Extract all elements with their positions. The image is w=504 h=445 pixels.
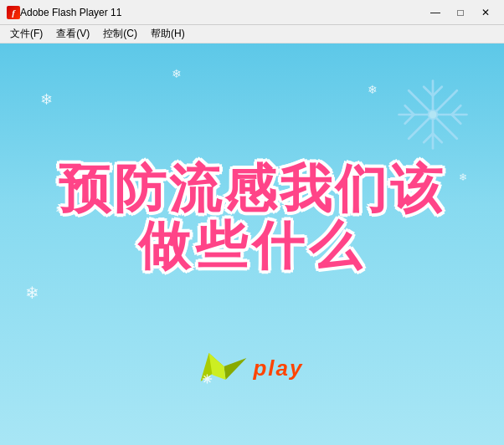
maximize-button[interactable]: □	[449, 3, 472, 22]
snowflake-1: ❄	[40, 92, 53, 107]
snowflake-3: ❄	[368, 84, 378, 95]
play-bird-icon	[200, 350, 246, 386]
play-label: play	[253, 355, 303, 381]
minimize-button[interactable]: —	[424, 3, 447, 22]
snowflake-2: ❄	[172, 68, 182, 79]
svg-line-9	[405, 115, 414, 124]
window-controls: — □ ✕	[424, 3, 497, 22]
title-bar: f Adobe Flash Player 11 — □ ✕	[0, 0, 504, 25]
svg-marker-15	[208, 353, 225, 380]
menu-control[interactable]: 控制(C)	[96, 25, 144, 43]
svg-line-6	[424, 134, 433, 143]
svg-line-11	[452, 115, 461, 124]
menu-bar: 文件(F) 查看(V) 控制(C) 帮助(H)	[0, 25, 504, 43]
deco-snowflake	[395, 77, 471, 152]
svg-line-8	[405, 105, 414, 115]
app-icon: f	[7, 6, 20, 19]
main-text-block: 预防流感我们该 做些什么	[33, 161, 471, 274]
main-text-line1: 预防流感我们该	[33, 161, 471, 217]
svg-line-7	[433, 134, 442, 143]
main-text-line2: 做些什么	[33, 217, 471, 274]
play-button[interactable]: play	[200, 350, 303, 386]
menu-help[interactable]: 帮助(H)	[144, 25, 192, 43]
svg-line-5	[433, 87, 442, 96]
menu-file[interactable]: 文件(F)	[3, 25, 49, 43]
svg-point-12	[429, 110, 438, 120]
title-bar-text: Adobe Flash Player 11	[20, 7, 424, 18]
svg-marker-14	[224, 358, 246, 380]
flash-content: ❄ ❄ ❄ ❄ ❄ ❄	[0, 43, 504, 445]
svg-line-10	[452, 105, 461, 115]
snowflake-5: ❄	[25, 284, 39, 301]
svg-line-4	[424, 87, 433, 96]
menu-view[interactable]: 查看(V)	[49, 25, 96, 43]
close-button[interactable]: ✕	[474, 3, 497, 22]
